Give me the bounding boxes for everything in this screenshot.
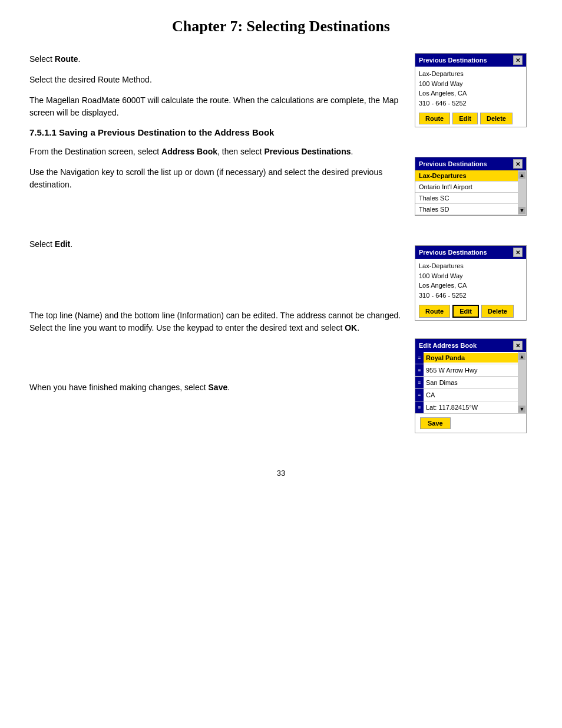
edit-row-5[interactable]: ≡ Lat: 117.82415°W xyxy=(415,401,518,414)
p4-post: . xyxy=(351,147,353,156)
p8-pre: When you have finished making changes, s… xyxy=(29,383,209,392)
widget3-close-button[interactable]: ✕ xyxy=(513,248,523,257)
edit-row-3-text[interactable]: San Dimas xyxy=(424,378,518,387)
widget4-scrollbar: ▲ ▼ xyxy=(518,352,526,414)
widget2-list: Lax-Departures Ontario Int'l Airport Tha… xyxy=(415,170,518,215)
edit-row-2-icon: ≡ xyxy=(415,364,424,376)
widget1-title: Previous Destinations xyxy=(419,57,487,64)
list-item[interactable]: Ontario Int'l Airport xyxy=(415,182,518,193)
widget1-line1: Lax-Departures xyxy=(419,69,523,79)
edit-row-5-text[interactable]: Lat: 117.82415°W xyxy=(424,403,518,412)
widget2-close-button[interactable]: ✕ xyxy=(513,159,523,169)
p1-bold: Route xyxy=(55,54,78,64)
widget2-scrollbar: ▲ ▼ xyxy=(518,170,526,215)
p6-bold: Edit xyxy=(55,239,70,249)
widget3-line2: 100 World Way xyxy=(419,271,523,281)
p4-bold1: Address Book xyxy=(161,147,217,156)
widget1-line3: Los Angeles, CA xyxy=(419,88,523,98)
scroll-down-arrow[interactable]: ▼ xyxy=(518,207,525,214)
list-item[interactable]: Thales SC xyxy=(415,193,518,204)
widget3-line3: Los Angeles, CA xyxy=(419,281,523,291)
widget1-header: Previous Destinations ✕ xyxy=(415,54,526,67)
widget4-rows: ≡ Royal Panda ≡ 955 W Arrow Hwy ≡ San Di… xyxy=(415,352,518,414)
widget3-title: Previous Destinations xyxy=(419,249,487,256)
edit-row-4[interactable]: ≡ CA xyxy=(415,389,518,401)
page-number: 33 xyxy=(29,469,533,477)
edit-row-1-icon: ≡ xyxy=(415,352,424,364)
edit-row-1-text[interactable]: Royal Panda xyxy=(424,353,518,363)
widget3-header: Previous Destinations ✕ xyxy=(415,246,526,259)
widget3-route-button[interactable]: Route xyxy=(419,305,450,318)
p7-post: . xyxy=(357,323,359,332)
widget3-body: Lax-Departures 100 World Way Los Angeles… xyxy=(415,259,526,302)
widget1-close-button[interactable]: ✕ xyxy=(513,55,523,65)
paragraph-8: When you have finished making changes, s… xyxy=(29,381,403,394)
edit-row-4-icon: ≡ xyxy=(415,389,424,401)
widget1-route-button[interactable]: Route xyxy=(419,113,450,124)
widget1-edit-button[interactable]: Edit xyxy=(452,113,478,124)
p8-post: . xyxy=(227,383,230,392)
widget4-save-button[interactable]: Save xyxy=(420,417,451,429)
widget-edit-address-book: Edit Address Book ✕ ≡ Royal Panda ≡ 955 … xyxy=(415,338,527,433)
scroll-down-arrow[interactable]: ▼ xyxy=(518,406,525,413)
edit-row-3[interactable]: ≡ San Dimas xyxy=(415,377,518,389)
p1-post: . xyxy=(78,54,80,64)
p6-post: . xyxy=(70,239,72,249)
widget1-body: Lax-Departures 100 World Way Los Angeles… xyxy=(415,67,526,110)
p4-bold2: Previous Destinations xyxy=(264,147,351,156)
widget-previous-destinations-3: Previous Destinations ✕ Lax-Departures 1… xyxy=(415,245,527,321)
edit-row-2[interactable]: ≡ 955 W Arrow Hwy xyxy=(415,364,518,377)
paragraph-6: Select Edit. xyxy=(29,238,403,251)
p4-pre: From the Destination screen, select xyxy=(29,147,161,156)
paragraph-2: Select the desired Route Method. xyxy=(29,74,403,86)
widget3-line4: 310 - 646 - 5252 xyxy=(419,291,523,301)
widget1-buttons: Route Edit Delete xyxy=(415,110,526,127)
widget2-header: Previous Destinations ✕ xyxy=(415,157,526,170)
widget3-buttons: Route Edit Delete xyxy=(415,302,526,320)
p1-pre: Select xyxy=(29,54,55,64)
widget4-save-area: Save xyxy=(415,414,526,433)
paragraph-5: Use the Navigation key to scroll the lis… xyxy=(29,166,403,191)
edit-row-2-text[interactable]: 955 W Arrow Hwy xyxy=(424,365,518,375)
p8-bold: Save xyxy=(209,383,228,392)
widget4-header: Edit Address Book ✕ xyxy=(415,339,526,352)
edit-row-3-icon: ≡ xyxy=(415,377,424,388)
section-title: 7.5.1.1 Saving a Previous Destination to… xyxy=(29,127,403,137)
widget4-close-button[interactable]: ✕ xyxy=(513,341,523,350)
paragraph-7: The top line (Name) and the bottom line … xyxy=(29,309,403,334)
p7-bold: OK xyxy=(345,323,357,332)
widget-previous-destinations-2: Previous Destinations ✕ Lax-Departures O… xyxy=(415,157,527,216)
paragraph-4: From the Destination screen, select Addr… xyxy=(29,146,403,158)
widget-previous-destinations-1: Previous Destinations ✕ Lax-Departures 1… xyxy=(415,53,527,127)
widget1-delete-button[interactable]: Delete xyxy=(480,113,513,124)
list-item[interactable]: Thales SD xyxy=(415,204,518,215)
widget3-line1: Lax-Departures xyxy=(419,261,523,271)
scroll-up-arrow[interactable]: ▲ xyxy=(518,353,525,360)
widget3-edit-button[interactable]: Edit xyxy=(452,305,479,318)
list-item[interactable]: Lax-Departures xyxy=(415,170,518,182)
widget1-line2: 100 World Way xyxy=(419,79,523,89)
paragraph-3: The Magellan RoadMate 6000T will calcula… xyxy=(29,94,403,119)
page-title: Chapter 7: Selecting Destinations xyxy=(29,18,533,35)
scroll-up-arrow[interactable]: ▲ xyxy=(518,172,525,179)
edit-row-4-text[interactable]: CA xyxy=(424,390,518,400)
p4-mid: , then select xyxy=(217,147,264,156)
p6-pre: Select xyxy=(29,239,55,249)
edit-row-5-icon: ≡ xyxy=(415,401,424,413)
edit-row-1[interactable]: ≡ Royal Panda xyxy=(415,352,518,364)
paragraph-1: Select Route. xyxy=(29,53,403,65)
widget3-delete-button[interactable]: Delete xyxy=(481,305,514,318)
widget1-line4: 310 - 646 - 5252 xyxy=(419,98,523,108)
widget2-title: Previous Destinations xyxy=(419,160,487,167)
widget4-title: Edit Address Book xyxy=(419,342,477,349)
widget2-body: Lax-Departures Ontario Int'l Airport Tha… xyxy=(415,170,526,215)
widget4-body: ≡ Royal Panda ≡ 955 W Arrow Hwy ≡ San Di… xyxy=(415,352,526,414)
